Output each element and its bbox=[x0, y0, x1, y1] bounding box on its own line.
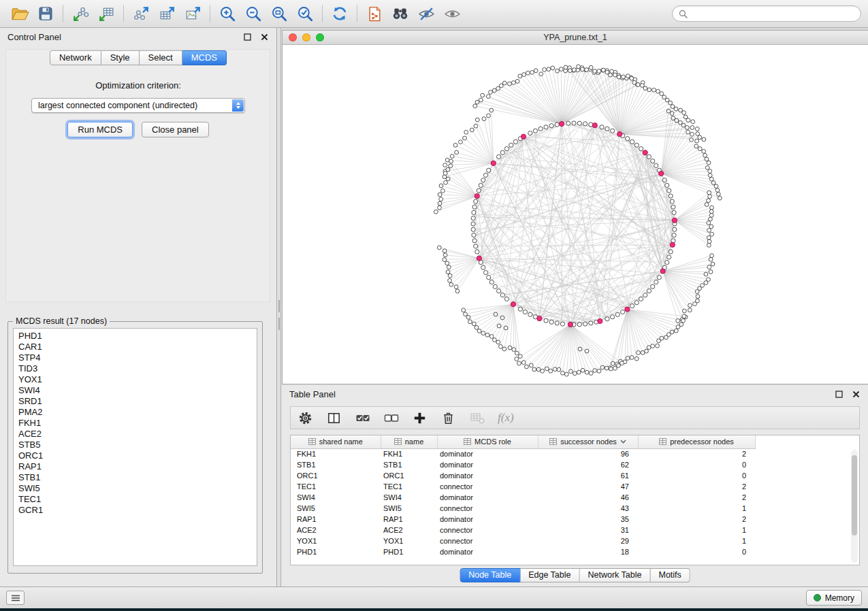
mcds-result-item[interactable]: CAR1 bbox=[14, 342, 257, 352]
column-header-name[interactable]: name bbox=[381, 435, 437, 448]
open-button[interactable] bbox=[7, 2, 33, 25]
search-input[interactable] bbox=[692, 8, 854, 19]
zoom-in-button[interactable] bbox=[214, 2, 240, 25]
menu-icon bbox=[11, 595, 20, 601]
table-row[interactable]: ACE2ACE2connector311 bbox=[291, 525, 755, 535]
memory-button[interactable]: Memory bbox=[806, 590, 862, 606]
table-row[interactable]: SWI5SWI5connector431 bbox=[291, 503, 755, 514]
table-row[interactable]: FKH1FKH1dominator962 bbox=[291, 448, 755, 459]
select-all-button[interactable] bbox=[353, 409, 372, 427]
tab-select[interactable]: Select bbox=[140, 50, 182, 65]
column-icon bbox=[464, 438, 471, 445]
zoom-in-icon bbox=[219, 5, 236, 22]
table-row[interactable]: YOX1YOX1connector291 bbox=[291, 535, 755, 546]
column-header-predecessor-nodes[interactable]: predecessor nodes bbox=[638, 435, 755, 448]
delete-column-button[interactable] bbox=[439, 409, 457, 427]
add-column-button[interactable] bbox=[411, 409, 429, 427]
mcds-result-item[interactable]: RAP1 bbox=[14, 461, 257, 472]
zoom-out-button[interactable] bbox=[240, 2, 266, 25]
tab-network[interactable]: Network bbox=[50, 50, 101, 65]
close-window-icon[interactable] bbox=[289, 33, 297, 42]
table-row[interactable]: RAP1RAP1dominator352 bbox=[291, 514, 755, 525]
deselect-all-button[interactable] bbox=[382, 409, 400, 427]
table-row[interactable]: PHD1PHD1dominator180 bbox=[291, 546, 755, 557]
cell-succ: 18 bbox=[538, 546, 638, 557]
table-scrollbar[interactable] bbox=[851, 450, 858, 563]
network-window: YPA_prune.txt_1 bbox=[282, 30, 868, 384]
mcds-result-item[interactable]: STB5 bbox=[14, 440, 257, 450]
tab-motifs[interactable]: Motifs bbox=[650, 568, 690, 582]
refresh-layout-button[interactable] bbox=[327, 2, 353, 25]
column-header-mcds-role[interactable]: MCDS role bbox=[437, 435, 538, 448]
cell-succ: 62 bbox=[538, 459, 638, 470]
mcds-result-item[interactable]: SRD1 bbox=[14, 396, 257, 407]
tab-style[interactable]: Style bbox=[101, 50, 140, 65]
column-header-successor-nodes[interactable]: successor nodes bbox=[538, 435, 638, 448]
save-button[interactable] bbox=[33, 2, 59, 25]
cell-succ: 43 bbox=[538, 503, 638, 514]
function-builder-button[interactable]: f(x) bbox=[496, 409, 514, 427]
hide-button[interactable] bbox=[413, 2, 439, 25]
network-canvas[interactable] bbox=[283, 45, 868, 384]
node-table-container: shared name name MCDS role successor nod… bbox=[290, 435, 860, 565]
save-icon bbox=[37, 5, 54, 22]
mcds-result-item[interactable]: STB1 bbox=[14, 472, 257, 483]
mcds-result-item[interactable]: ORC1 bbox=[14, 450, 257, 461]
mcds-result-item[interactable]: STP4 bbox=[14, 352, 257, 363]
mcds-result-item[interactable]: SWI5 bbox=[14, 483, 257, 494]
deselect-all-icon bbox=[383, 410, 400, 426]
mcds-result-item[interactable]: PHD1 bbox=[14, 331, 257, 342]
tab-network-table[interactable]: Network Table bbox=[580, 568, 651, 582]
mcds-result-item[interactable]: ACE2 bbox=[14, 429, 257, 440]
close-panel-icon[interactable] bbox=[260, 33, 269, 42]
export-image-button[interactable] bbox=[180, 2, 206, 25]
table-row[interactable]: ORC1ORC1dominator610 bbox=[291, 470, 755, 481]
mcds-result-item[interactable]: PMA2 bbox=[14, 407, 257, 418]
import-table-button[interactable] bbox=[93, 2, 119, 25]
tab-node-table[interactable]: Node Table bbox=[460, 568, 520, 582]
control-panel-tabs: Network Style Select MCDS bbox=[0, 50, 276, 65]
refresh-layout-icon bbox=[331, 5, 349, 22]
run-mcds-button[interactable]: Run MCDS bbox=[67, 122, 133, 137]
find-button[interactable] bbox=[387, 2, 413, 25]
close-panel-button[interactable]: Close panel bbox=[142, 122, 209, 137]
float-panel-icon[interactable] bbox=[835, 390, 843, 399]
panel-splitter[interactable] bbox=[278, 28, 281, 587]
tab-mcds[interactable]: MCDS bbox=[182, 50, 227, 65]
mcds-result-item[interactable]: TID3 bbox=[14, 363, 257, 374]
table-row[interactable]: STB1STB1dominator620 bbox=[291, 459, 755, 470]
mcds-result-item[interactable]: TEC1 bbox=[14, 494, 257, 505]
table-row[interactable]: TEC1TEC1connector472 bbox=[291, 481, 755, 492]
import-network-button[interactable] bbox=[67, 2, 93, 25]
zoom-fit-button[interactable] bbox=[266, 2, 292, 25]
minimize-window-icon[interactable] bbox=[302, 33, 310, 42]
zoom-selected-button[interactable] bbox=[292, 2, 318, 25]
mcds-result-list[interactable]: PHD1CAR1STP4TID3YOX1SWI4SRD1PMA2FKH1ACE2… bbox=[13, 328, 257, 566]
tab-edge-table[interactable]: Edge Table bbox=[520, 568, 579, 582]
network-file-button[interactable] bbox=[361, 2, 387, 25]
close-panel-icon[interactable] bbox=[852, 390, 861, 399]
cell-shared_name: ACE2 bbox=[291, 525, 381, 535]
export-network-button[interactable] bbox=[128, 2, 154, 25]
table-row[interactable]: SWI4SWI4dominator462 bbox=[291, 492, 755, 503]
columns-button[interactable] bbox=[325, 409, 343, 427]
column-header-shared-name[interactable]: shared name bbox=[291, 435, 381, 448]
scrollbar-thumb[interactable] bbox=[852, 455, 857, 535]
delete-table-button[interactable] bbox=[468, 409, 486, 427]
hide-icon bbox=[418, 5, 435, 22]
panel-menu-button[interactable] bbox=[6, 591, 25, 605]
mcds-result-item[interactable]: FKH1 bbox=[14, 418, 257, 429]
mcds-result-item[interactable]: GCR1 bbox=[14, 505, 257, 516]
mcds-result-item[interactable]: SWI4 bbox=[14, 385, 257, 396]
settings-button[interactable] bbox=[296, 409, 315, 427]
maximize-window-icon[interactable] bbox=[316, 33, 324, 42]
optimization-criterion-select[interactable]: largest connected component (undirected) bbox=[31, 98, 245, 113]
float-panel-icon[interactable] bbox=[243, 33, 252, 42]
chevron-down-icon bbox=[620, 440, 626, 444]
mcds-result-item[interactable]: YOX1 bbox=[14, 374, 257, 385]
import-table-icon bbox=[98, 5, 115, 22]
export-table-button[interactable] bbox=[154, 2, 180, 25]
columns-icon bbox=[326, 410, 342, 426]
show-button[interactable] bbox=[439, 2, 465, 25]
cell-role: dominator bbox=[437, 546, 538, 557]
